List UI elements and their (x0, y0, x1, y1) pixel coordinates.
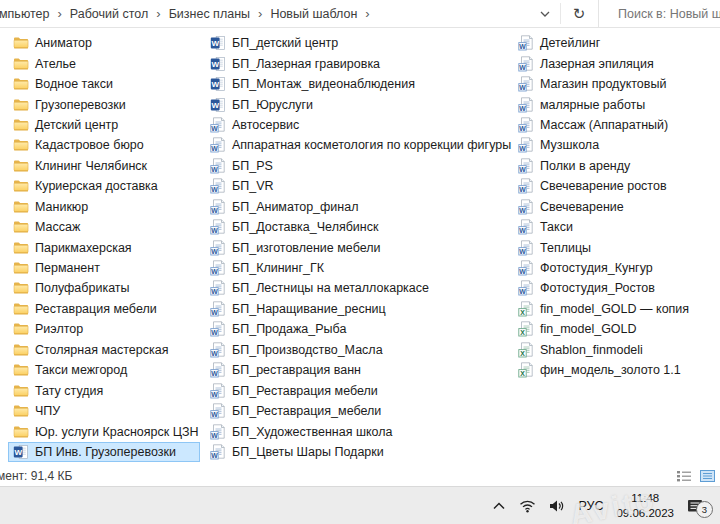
word-legacy-icon: W (518, 117, 534, 133)
file-item[interactable]: WБП_Производство_Масла (205, 340, 507, 360)
folder-item[interactable]: Риэлтор (8, 319, 200, 339)
file-item[interactable]: WБП_Аниматор_финал (205, 197, 507, 217)
file-item[interactable]: WТеплицы (513, 237, 720, 257)
file-item[interactable]: WБП_изготовление мебели (205, 237, 507, 257)
folder-item[interactable]: Куриерская доставка (8, 176, 200, 196)
file-item[interactable]: WБП_Продажа_Рыба (205, 319, 507, 339)
file-item[interactable]: XShablon_finmodeli (513, 340, 720, 360)
file-item[interactable]: WБП_Доставка_Челябинск (205, 217, 507, 237)
file-item[interactable]: WБП_Лазерная гравировка (205, 53, 507, 73)
file-name: фин_модель_золото 1.1 (540, 363, 681, 377)
folder-item[interactable]: Грузоперевозки (8, 94, 200, 114)
file-item[interactable]: WБП_реставрация ванн (205, 360, 507, 380)
file-item[interactable]: WБП_Монтаж_видеонаблюдения (205, 74, 507, 94)
view-toggles (676, 469, 715, 482)
taskbar: РУС 11:48 09.06.2023 3 Avito (0, 486, 720, 524)
folder-item[interactable]: Реставрация мебели (8, 299, 200, 319)
file-item[interactable]: WБП_VR (205, 176, 507, 196)
file-item[interactable]: WБП_PS (205, 156, 507, 176)
file-item[interactable]: Wмалярные работы (513, 94, 720, 114)
wifi-button[interactable] (519, 498, 536, 513)
folder-item[interactable]: ЧПУ (8, 401, 200, 421)
word-modern-icon: W (210, 56, 226, 72)
file-item[interactable]: WБП_Наращивание_ресниц (205, 299, 507, 319)
folder-item[interactable]: Маникюр (8, 197, 200, 217)
notification-center-button[interactable]: 3 (687, 499, 704, 513)
file-item[interactable]: WБП Инв. Грузоперевозки (8, 442, 200, 462)
file-item[interactable]: WБП_Художественная школа (205, 421, 507, 441)
file-item[interactable]: WФотостудия_Кунгур (513, 258, 720, 278)
chevron-up-icon (492, 500, 506, 512)
folder-item[interactable]: Перманент (8, 258, 200, 278)
file-item[interactable]: WСвечеварение (513, 197, 720, 217)
file-item[interactable]: WМагазин продуктовый (513, 74, 720, 94)
file-name: БП_Доставка_Челябинск (232, 220, 378, 234)
breadcrumb-item[interactable]: мпьютер (0, 7, 55, 21)
file-item[interactable]: WЛазерная эпиляция (513, 53, 720, 73)
breadcrumb: мпьютер›Рабочий стол›Бизнес планы›Новый … (0, 0, 372, 27)
folder-item[interactable]: Юр. услуги Красноярск ЦЗН (8, 421, 200, 441)
folder-icon (13, 35, 29, 51)
file-item[interactable]: WАппаратная косметология по коррекции фи… (205, 135, 507, 155)
folder-item[interactable]: Парикмахерская (8, 237, 200, 257)
file-name: БП_Реставрация_мебели (232, 404, 381, 418)
file-item[interactable]: WМузшкола (513, 135, 720, 155)
file-list: АниматорАтельеВодное таксиГрузоперевозки… (0, 28, 720, 465)
file-item[interactable]: WБП_Реставрация_мебели (205, 401, 507, 421)
folder-item[interactable]: Такси межгород (8, 360, 200, 380)
breadcrumb-separator[interactable]: › (55, 6, 63, 21)
folder-icon (13, 158, 29, 174)
file-item[interactable]: WАвтосервис (205, 115, 507, 135)
folder-item[interactable]: Кадастровое бюро (8, 135, 200, 155)
thumbnails-view-button[interactable] (699, 469, 715, 482)
breadcrumb-separator[interactable]: › (363, 6, 371, 21)
folder-item[interactable]: Детский центр (8, 115, 200, 135)
file-item[interactable]: WБП_детский центр (205, 33, 507, 53)
address-dropdown-button[interactable] (534, 3, 556, 24)
speaker-icon (549, 499, 565, 513)
volume-button[interactable] (549, 499, 565, 513)
file-name: БП_изготовление мебели (232, 241, 381, 255)
folder-item[interactable]: Массаж (8, 217, 200, 237)
folder-item[interactable]: Водное такси (8, 74, 200, 94)
folder-item[interactable]: Полуфабрикаты (8, 278, 200, 298)
file-item[interactable]: Xfin_model_GOLD — копия (513, 299, 720, 319)
svg-text:W: W (519, 43, 526, 50)
svg-text:W: W (519, 84, 526, 91)
file-item[interactable]: WФотостудия_Ростов (513, 278, 720, 298)
breadcrumb-item[interactable]: Новый шаблон (264, 7, 363, 21)
folder-item[interactable]: Ателье (8, 53, 200, 73)
file-item[interactable]: WБП_Юруслуги (205, 94, 507, 114)
file-item[interactable]: Xфин_модель_золото 1.1 (513, 360, 720, 380)
search-box[interactable] (598, 0, 720, 27)
file-item[interactable]: WБП_Реставрация мебели (205, 380, 507, 400)
language-indicator[interactable]: РУС (578, 499, 603, 513)
details-view-button[interactable] (676, 469, 692, 482)
file-name: БП_детский центр (232, 36, 338, 50)
search-input[interactable] (616, 6, 720, 22)
file-item[interactable]: WМассаж (Аппаратный) (513, 115, 720, 135)
svg-text:W: W (211, 227, 218, 234)
folder-item[interactable]: Аниматор (8, 33, 200, 53)
file-item[interactable]: WБП_Цветы Шары Подарки (205, 442, 507, 462)
notification-badge: 3 (696, 501, 713, 518)
file-item[interactable]: WПолки в аренду (513, 156, 720, 176)
folder-item[interactable]: Тату студия (8, 380, 200, 400)
file-name: БП_Аниматор_финал (232, 200, 359, 214)
file-item[interactable]: WДетейлинг (513, 33, 720, 53)
breadcrumb-item[interactable]: Бизнес планы (163, 7, 256, 21)
show-hidden-icons-button[interactable] (492, 500, 506, 512)
clock[interactable]: 11:48 09.06.2023 (616, 491, 674, 521)
file-item[interactable]: WБП_Клининг_ГК (205, 258, 507, 278)
breadcrumb-separator[interactable]: › (154, 6, 162, 21)
refresh-button[interactable]: ↻ (566, 3, 592, 24)
folder-item[interactable]: Столярная мастерская (8, 340, 200, 360)
file-item[interactable]: WБП_Лестницы на металлокаркасе (205, 278, 507, 298)
folder-item[interactable]: Клининг Челябинск (8, 156, 200, 176)
breadcrumb-separator[interactable]: › (256, 6, 264, 21)
svg-text:W: W (211, 431, 218, 438)
file-item[interactable]: WСвечеварение ростов (513, 176, 720, 196)
file-item[interactable]: WТакси (513, 217, 720, 237)
file-item[interactable]: Xfin_model_GOLD (513, 319, 720, 339)
breadcrumb-item[interactable]: Рабочий стол (64, 7, 154, 21)
